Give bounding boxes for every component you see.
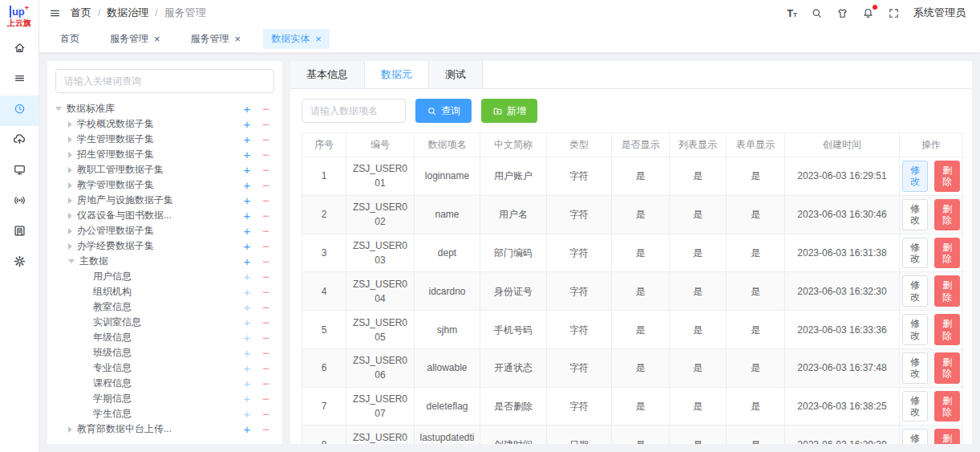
tab-close-icon[interactable]: × (154, 34, 160, 44)
tree-node[interactable]: 房地产与设施数据子集+− (55, 193, 274, 208)
tree-expand-arrow-icon[interactable] (68, 136, 72, 143)
tree-node[interactable]: 年级信息+− (55, 330, 274, 345)
tree-remove-icon[interactable]: − (262, 408, 269, 420)
tree-remove-icon[interactable]: − (262, 225, 269, 237)
tree-remove-icon[interactable]: − (262, 332, 269, 344)
tree-node[interactable]: 学生信息+− (55, 406, 274, 421)
tree-add-icon[interactable]: + (243, 332, 250, 344)
delete-button[interactable]: 删除 (934, 238, 960, 269)
tree-add-icon[interactable]: + (243, 286, 250, 298)
tree-node[interactable]: 办学经费数据子集+− (55, 238, 274, 254)
tree-add-icon[interactable]: + (243, 423, 250, 435)
tree-search-input[interactable] (55, 69, 274, 93)
tree-add-icon[interactable]: + (243, 347, 250, 359)
tree-expand-arrow-icon[interactable] (68, 197, 72, 204)
edit-button[interactable]: 修改 (902, 391, 928, 422)
tree-remove-icon[interactable]: − (262, 149, 269, 161)
edit-button[interactable]: 修改 (902, 275, 928, 307)
tree-add-icon[interactable]: + (243, 255, 250, 267)
tree-node[interactable]: 招生管理数据子集+− (55, 147, 274, 162)
tree-remove-icon[interactable]: − (262, 393, 269, 405)
tree-add-icon[interactable]: + (243, 408, 250, 420)
tree-node[interactable]: 主数据+− (55, 254, 274, 269)
breadcrumb-item[interactable]: 服务管理 (164, 6, 206, 20)
delete-button[interactable]: 删除 (934, 429, 960, 444)
tab-close-icon[interactable]: × (315, 34, 322, 44)
tree-remove-icon[interactable]: − (262, 316, 269, 328)
tree-expand-arrow-icon[interactable] (68, 228, 72, 234)
edit-button[interactable]: 修改 (902, 199, 928, 230)
sidebar-item-gear[interactable] (0, 248, 38, 279)
tree-add-icon[interactable]: + (243, 393, 250, 405)
tree-node[interactable]: 仪器设备与图书数据...+− (55, 208, 274, 223)
tree-node[interactable]: 用户信息+− (55, 269, 274, 284)
delete-button[interactable]: 删除 (934, 352, 960, 384)
tree-remove-icon[interactable]: − (262, 240, 269, 252)
bell-icon[interactable] (862, 7, 874, 19)
tree-remove-icon[interactable]: − (262, 179, 269, 191)
tree-node[interactable]: 课程信息+− (55, 376, 274, 391)
edit-button[interactable]: 修改 (902, 352, 928, 384)
tree-add-icon[interactable]: + (243, 103, 250, 115)
tree-node[interactable]: 教职工管理数据子集+− (55, 162, 274, 177)
breadcrumb-item[interactable]: 首页 (71, 6, 91, 20)
tree-remove-icon[interactable]: − (262, 377, 269, 389)
edit-button[interactable]: 修改 (902, 429, 928, 444)
collapse-menu-icon[interactable] (49, 7, 61, 19)
tree-node[interactable]: 教室信息+− (55, 299, 274, 315)
tree-remove-icon[interactable]: − (262, 194, 269, 206)
tree-expand-arrow-icon[interactable] (55, 107, 62, 111)
tree-node[interactable]: 数据标准库+− (55, 101, 274, 116)
search-icon[interactable] (811, 7, 823, 19)
tree-remove-icon[interactable]: − (262, 164, 269, 176)
tree-add-icon[interactable]: + (243, 316, 250, 328)
delete-button[interactable]: 删除 (934, 199, 960, 230)
page-tab[interactable]: 首页 (52, 29, 87, 49)
query-button[interactable]: 查询 (415, 99, 472, 123)
tab-测试[interactable]: 测试 (429, 61, 483, 88)
tree-node[interactable]: 办公管理数据子集+− (55, 223, 274, 238)
tab-close-icon[interactable]: × (235, 34, 241, 44)
item-search-input[interactable] (302, 99, 406, 123)
edit-button[interactable]: 修改 (902, 161, 928, 192)
tree-add-icon[interactable]: + (243, 149, 250, 161)
sidebar-item-menu[interactable] (0, 65, 38, 96)
fullscreen-icon[interactable] (888, 7, 900, 19)
tree-add-icon[interactable]: + (243, 179, 250, 191)
delete-button[interactable]: 删除 (934, 314, 960, 345)
page-tab[interactable]: 服务管理× (183, 29, 249, 49)
sidebar-item-broadcast[interactable] (0, 187, 38, 218)
tab-数据元[interactable]: 数据元 (365, 61, 429, 88)
tree-expand-arrow-icon[interactable] (68, 152, 72, 158)
edit-button[interactable]: 修改 (902, 238, 928, 269)
tree-add-icon[interactable]: + (243, 301, 250, 313)
sidebar-item-building[interactable] (0, 218, 38, 248)
tree-add-icon[interactable]: + (243, 240, 250, 252)
sidebar-item-monitor[interactable] (0, 157, 38, 187)
tree-remove-icon[interactable]: − (262, 210, 269, 222)
tree-remove-icon[interactable]: − (262, 347, 269, 359)
tree-remove-icon[interactable]: − (262, 271, 269, 283)
tree-node[interactable]: 教学管理数据子集+− (55, 177, 274, 193)
tree-expand-arrow-icon[interactable] (68, 213, 72, 219)
sidebar-item-clock-circle[interactable] (0, 96, 38, 126)
shirt-icon[interactable] (836, 7, 848, 19)
tree-remove-icon[interactable]: − (262, 255, 269, 267)
app-logo[interactable]: up+ 上云旗 (7, 5, 31, 28)
tree-node[interactable]: 学期信息+− (55, 391, 274, 406)
tree-add-icon[interactable]: + (243, 362, 250, 374)
tree-add-icon[interactable]: + (243, 164, 250, 176)
tree-expand-arrow-icon[interactable] (68, 243, 72, 250)
tree-node[interactable]: 学校概况数据子集+− (55, 116, 274, 132)
tree-remove-icon[interactable]: − (262, 103, 269, 115)
tree-expand-arrow-icon[interactable] (68, 182, 72, 189)
tree-expand-arrow-icon[interactable] (68, 259, 75, 263)
page-tab[interactable]: 数据实体× (263, 29, 330, 49)
tree-add-icon[interactable]: + (243, 133, 250, 145)
edit-button[interactable]: 修改 (902, 314, 928, 345)
delete-button[interactable]: 删除 (934, 275, 960, 307)
tree-add-icon[interactable]: + (243, 225, 250, 237)
breadcrumb-item[interactable]: 数据治理 (107, 6, 148, 20)
tree-remove-icon[interactable]: − (262, 301, 269, 313)
delete-button[interactable]: 删除 (934, 391, 960, 422)
